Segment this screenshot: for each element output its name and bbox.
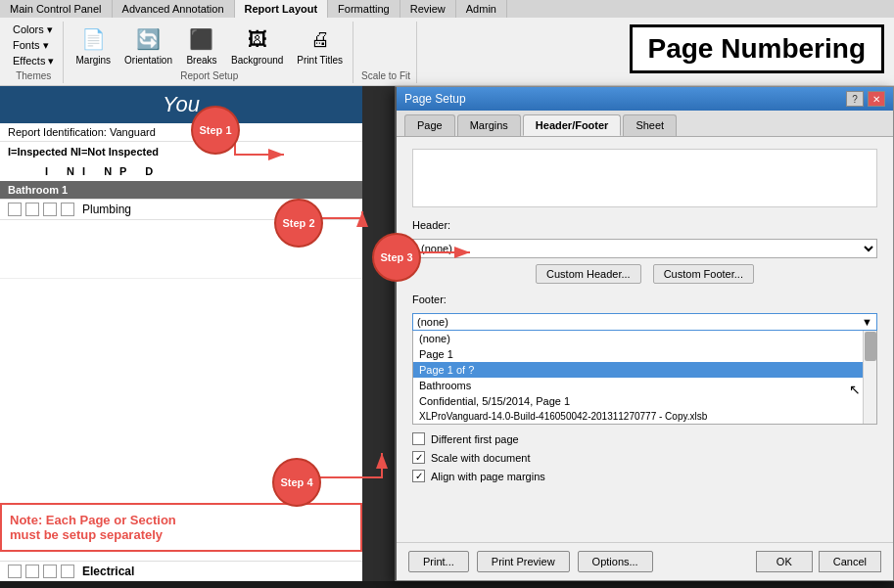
dialog-body: Header: (none) Custom Header... Custom F… (397, 137, 893, 500)
print-button[interactable]: Print... (408, 551, 469, 572)
step4-bubble: Step 4 (272, 458, 321, 507)
header-row: Header: (412, 219, 877, 231)
background-button[interactable]: 🖼 Background (227, 22, 287, 68)
effects-button[interactable]: Effects ▾ (10, 54, 57, 68)
footer-label: Footer: (412, 294, 461, 305)
margins-icon: 📄 (77, 23, 109, 55)
different-first-checkbox[interactable] (412, 432, 425, 445)
dialog-title: Page Setup (404, 92, 466, 106)
tab-page[interactable]: Page (404, 114, 455, 136)
tab-admin[interactable]: Admin (456, 0, 507, 18)
tab-report-layout[interactable]: Report Layout (235, 0, 329, 18)
page-setup-group: 📄 Margins 🔄 Orientation ⬛ Breaks 🖼 Backg… (66, 22, 353, 83)
step1-bubble: Step 1 (191, 106, 240, 155)
ss-identification: Report Identification: Vanguard (0, 123, 362, 142)
bottom-checkbox-3[interactable] (43, 565, 57, 578)
tab-main-control-panel[interactable]: Main Control Panel (0, 0, 113, 18)
dialog-close-button[interactable]: ✕ (868, 91, 885, 107)
dialog-titlebar: Page Setup ? ✕ (397, 87, 893, 111)
margins-button[interactable]: 📄 Margins (71, 22, 115, 68)
orientation-icon: 🔄 (133, 23, 165, 55)
ss-legend: I=Inspected NI=Not Inspected (0, 142, 362, 161)
ss-checkbox-4[interactable] (61, 203, 74, 216)
step2-bubble: Step 2 (274, 199, 323, 248)
bottom-checkbox-1[interactable] (8, 565, 22, 578)
tab-review[interactable]: Review (400, 0, 456, 18)
ss-checkbox-3[interactable] (43, 203, 57, 216)
breaks-button[interactable]: ⬛ Breaks (182, 22, 221, 68)
checkboxes-section: Different first page ✓ Scale with docume… (412, 432, 877, 482)
themes-items: Colors ▾ Fonts ▾ Effects ▾ (10, 22, 57, 68)
dropdown-item-bathrooms[interactable]: Bathrooms (413, 378, 876, 393)
dropdown-item-xlpro[interactable]: XLProVanguard-14.0-Build-416050042-20131… (413, 409, 876, 424)
scale-with-row: ✓ Scale with document (412, 451, 877, 464)
background-label: Background (231, 55, 283, 67)
custom-footer-button[interactable]: Custom Footer... (653, 264, 754, 284)
footer-dropdown-list: (none) Page 1 Page 1 of ? Bathrooms Conf… (412, 331, 877, 425)
page-setup-label: Report Setup (180, 70, 238, 81)
bottom-checkboxes (8, 565, 74, 578)
ok-button[interactable]: OK (756, 551, 813, 572)
print-titles-icon: 🖨 (305, 23, 336, 55)
bottom-checkbox-2[interactable] (25, 565, 39, 578)
align-margins-row: ✓ Align with page margins (412, 470, 877, 482)
dropdown-item-none[interactable]: (none) (413, 331, 876, 346)
header-select-row: (none) (412, 239, 877, 258)
print-preview-button[interactable]: Print Preview (477, 551, 570, 572)
different-first-row: Different first page (412, 432, 877, 445)
page-setup-items: 📄 Margins 🔄 Orientation ⬛ Breaks 🖼 Backg… (71, 22, 347, 68)
header-select[interactable]: (none) (412, 239, 877, 258)
tab-header-footer[interactable]: Header/Footer (523, 114, 622, 136)
dialog-tabs: Page Margins Header/Footer Sheet (397, 111, 893, 137)
ribbon-tabs: Main Control Panel Advanced Annotation R… (0, 0, 894, 18)
footer-select-container: (none) ▼ (none) Page 1 Page 1 of ? Bathr… (412, 313, 877, 425)
ss-section-header: Bathroom 1 (0, 181, 362, 200)
footer-select-display[interactable]: (none) ▼ (412, 313, 877, 331)
orientation-button[interactable]: 🔄 Orientation (120, 22, 176, 68)
footer-selected-value: (none) (417, 316, 862, 328)
dropdown-item-confidential[interactable]: Confidential, 5/15/2014, Page 1 (413, 393, 876, 409)
spreadsheet-area: You Report Identification: Vanguard I=In… (0, 86, 362, 581)
custom-header-button[interactable]: Custom Header... (536, 264, 641, 284)
align-margins-checkbox[interactable]: ✓ (412, 470, 425, 482)
ok-cancel-buttons: OK Cancel (756, 551, 881, 572)
print-titles-label: Print Titles (297, 55, 343, 67)
dialog-help-button[interactable]: ? (846, 91, 864, 107)
page-setup-dialog: Page Setup ? ✕ Page Margins Header/Foote… (395, 86, 894, 581)
bottom-item-label: Electrical (82, 565, 134, 578)
dialog-title-buttons: ? ✕ (846, 91, 885, 107)
header-label: Header: (412, 219, 461, 231)
bottom-row: Electrical (0, 561, 362, 581)
colors-button[interactable]: Colors ▾ (10, 23, 57, 37)
footer-dropdown-arrow: ▼ (862, 316, 872, 328)
scale-with-checkbox[interactable]: ✓ (412, 451, 425, 464)
scale-with-label: Scale with document (431, 452, 531, 464)
themes-label: Themes (16, 70, 51, 81)
different-first-label: Different first page (431, 433, 519, 445)
ribbon-content: Colors ▾ Fonts ▾ Effects ▾ Themes 📄 Marg… (0, 18, 894, 85)
breaks-icon: ⬛ (186, 23, 217, 55)
tab-margins[interactable]: Margins (457, 114, 521, 136)
scale-to-fit-label: Scale to Fit (361, 70, 410, 81)
background-icon: 🖼 (242, 23, 273, 55)
ribbon: Main Control Panel Advanced Annotation R… (0, 0, 894, 86)
options-button[interactable]: Options... (578, 551, 653, 572)
tab-formatting[interactable]: Formatting (328, 0, 400, 18)
ss-checkbox-2[interactable] (25, 203, 39, 216)
ss-checkbox-1[interactable] (8, 203, 22, 216)
scrollbar-track[interactable] (863, 331, 876, 424)
header-section (412, 149, 877, 207)
note-box: Note: Each Page or Section must be setup… (0, 503, 362, 552)
bottom-checkbox-4[interactable] (61, 565, 74, 578)
footer-row: Footer: (412, 294, 877, 305)
dropdown-item-page1[interactable]: Page 1 (413, 346, 876, 362)
cancel-button[interactable]: Cancel (819, 551, 881, 572)
tab-sheet[interactable]: Sheet (623, 114, 677, 136)
print-titles-button[interactable]: 🖨 Print Titles (293, 22, 347, 68)
tab-advanced-annotation[interactable]: Advanced Annotation (113, 0, 235, 18)
ss-columns: I NI NP D (0, 161, 362, 181)
themes-group: Colors ▾ Fonts ▾ Effects ▾ Themes (4, 22, 64, 83)
dropdown-item-page1of[interactable]: Page 1 of ? (413, 362, 876, 378)
fonts-button[interactable]: Fonts ▾ (10, 38, 57, 53)
align-margins-label: Align with page margins (431, 471, 545, 482)
